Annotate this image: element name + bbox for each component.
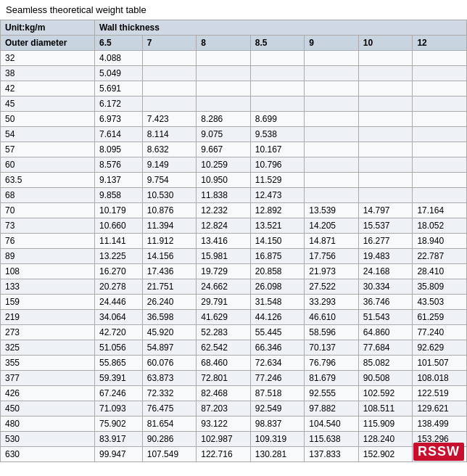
value-cell: 5.049	[95, 66, 143, 81]
value-cell: 75.902	[95, 416, 143, 432]
value-cell: 22.787	[413, 249, 467, 264]
table-row: 547.6148.1149.0759.538	[1, 127, 467, 142]
table-row: 385.049	[1, 66, 467, 81]
value-cell: 92.549	[250, 401, 305, 416]
value-cell: 122.519	[413, 386, 467, 401]
outer-diameter-cell: 325	[1, 340, 95, 356]
outer-diameter-cell: 450	[1, 401, 95, 416]
value-cell: 14.156	[142, 249, 197, 264]
value-cell: 60.076	[142, 356, 197, 371]
value-cell	[305, 81, 359, 97]
value-cell: 9.667	[197, 142, 251, 157]
value-cell: 138.499	[413, 416, 467, 432]
table-row: 21934.06436.59841.62944.12646.61051.5436…	[1, 310, 467, 325]
value-cell: 107.549	[142, 447, 197, 462]
outer-diameter-cell: 68	[1, 188, 95, 203]
value-cell: 55.445	[250, 325, 305, 340]
value-cell: 35.809	[413, 279, 467, 295]
value-cell: 115.909	[358, 416, 413, 432]
value-cell: 9.754	[142, 173, 197, 188]
value-cell: 13.521	[250, 218, 305, 234]
value-cell	[358, 142, 413, 157]
value-cell: 18.052	[413, 218, 467, 234]
value-cell: 10.179	[95, 203, 143, 218]
outer-diameter-cell: 159	[1, 295, 95, 310]
value-cell: 24.662	[197, 279, 251, 295]
value-cell: 97.882	[305, 401, 359, 416]
outer-diameter-cell: 530	[1, 432, 95, 447]
value-cell	[358, 51, 413, 66]
value-cell	[413, 112, 467, 127]
value-cell: 71.093	[95, 401, 143, 416]
value-cell: 8.114	[142, 127, 197, 142]
value-cell: 11.141	[95, 234, 143, 249]
table-row: 506.9737.4238.2868.699	[1, 112, 467, 127]
value-cell: 15.537	[358, 218, 413, 234]
value-cell	[358, 173, 413, 188]
value-cell: 83.917	[95, 432, 143, 447]
value-cell: 10.660	[95, 218, 143, 234]
value-cell: 128.240	[358, 432, 413, 447]
value-cell: 85.082	[358, 356, 413, 371]
value-cell: 61.259	[413, 310, 467, 325]
value-cell: 14.205	[305, 218, 359, 234]
value-cell: 68.460	[197, 356, 251, 371]
value-cell: 77.240	[413, 325, 467, 340]
value-cell: 82.468	[197, 386, 251, 401]
outer-diameter-cell: 76	[1, 234, 95, 249]
outer-diameter-cell: 54	[1, 127, 95, 142]
outer-diameter-cell: 377	[1, 371, 95, 386]
value-cell: 129.621	[413, 401, 467, 416]
value-cell: 58.596	[305, 325, 359, 340]
wall-thickness-header: Wall thickness	[95, 20, 467, 36]
value-cell: 87.518	[250, 386, 305, 401]
value-cell: 14.150	[250, 234, 305, 249]
table-row: 63099.947107.549122.716130.281137.833152…	[1, 447, 467, 462]
outer-diameter-cell: 63.5	[1, 173, 95, 188]
value-cell: 8.632	[142, 142, 197, 157]
table-row: 425.691	[1, 81, 467, 97]
value-cell: 72.332	[142, 386, 197, 401]
outer-diameter-cell: 38	[1, 66, 95, 81]
table-row: 32551.05654.89762.54266.34670.13777.6849…	[1, 340, 467, 356]
col-header: 7	[142, 36, 197, 51]
value-cell: 93.122	[197, 416, 251, 432]
value-cell: 11.838	[197, 188, 251, 203]
value-cell: 10.167	[250, 142, 305, 157]
value-cell: 101.507	[413, 356, 467, 371]
page-title: Seamless theoretical weight table	[0, 0, 467, 20]
outer-diameter-cell: 108	[1, 264, 95, 279]
value-cell	[413, 188, 467, 203]
value-cell: 76.475	[142, 401, 197, 416]
value-cell: 98.837	[250, 416, 305, 432]
value-cell: 81.679	[305, 371, 359, 386]
value-cell: 21.751	[142, 279, 197, 295]
value-cell: 16.277	[358, 234, 413, 249]
value-cell: 152.902	[358, 447, 413, 462]
value-cell: 41.629	[197, 310, 251, 325]
value-cell: 12.824	[197, 218, 251, 234]
value-cell	[358, 112, 413, 127]
value-cell: 130.281	[250, 447, 305, 462]
value-cell: 44.126	[250, 310, 305, 325]
table-row: 7010.17910.87612.23212.89213.53914.79717…	[1, 203, 467, 218]
value-cell: 8.095	[95, 142, 143, 157]
value-cell: 10.876	[142, 203, 197, 218]
value-cell: 26.098	[250, 279, 305, 295]
value-cell: 28.410	[413, 264, 467, 279]
value-cell: 29.791	[197, 295, 251, 310]
table-wrapper: Unit:kg/m Wall thickness Outer diameter …	[0, 20, 467, 462]
value-cell: 5.691	[95, 81, 143, 97]
outer-diameter-cell: 45	[1, 97, 95, 112]
value-cell: 122.716	[197, 447, 251, 462]
value-cell: 14.797	[358, 203, 413, 218]
value-cell: 77.684	[358, 340, 413, 356]
value-cell: 62.542	[197, 340, 251, 356]
col-header: 6.5	[95, 36, 143, 51]
col-header: 12	[413, 36, 467, 51]
table-row: 8913.22514.15615.98116.87517.75619.48322…	[1, 249, 467, 264]
table-row: 35555.86560.07668.46072.63476.79685.0821…	[1, 356, 467, 371]
value-cell: 109.319	[250, 432, 305, 447]
table-row: 13320.27821.75124.66226.09827.52230.3343…	[1, 279, 467, 295]
value-cell: 51.543	[358, 310, 413, 325]
